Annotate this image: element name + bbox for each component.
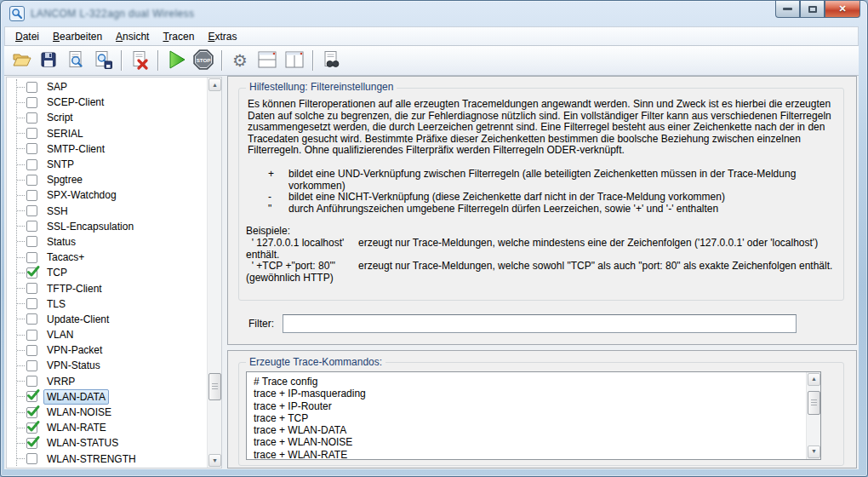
checkbox[interactable] — [26, 330, 37, 341]
tree-item-sntp[interactable]: SNTP — [12, 157, 206, 172]
doc-delete-icon — [129, 49, 150, 72]
split-vertical-button[interactable] — [282, 48, 307, 73]
tree-item-label: Spgtree — [43, 172, 86, 187]
save-trace-data-button[interactable] — [90, 48, 116, 73]
maximize-button[interactable] — [800, 1, 825, 18]
menu-tracen[interactable]: Tracen — [156, 27, 201, 45]
checkbox[interactable] — [26, 391, 37, 402]
tree-item-vpn-packet[interactable]: VPN-Packet — [12, 342, 206, 358]
checkbox[interactable] — [26, 159, 37, 170]
tree-item-tcp[interactable]: TCP — [12, 265, 206, 280]
checkbox[interactable] — [26, 128, 37, 139]
save-trace-config-button[interactable] — [36, 48, 61, 73]
menu-ansicht[interactable]: Ansicht — [109, 27, 156, 45]
checkbox[interactable] — [26, 283, 37, 294]
checkbox[interactable] — [26, 298, 37, 309]
search-trace-button[interactable] — [318, 48, 344, 73]
tree-item-tftp-client[interactable]: TFTP-Client — [12, 280, 206, 296]
filter-input[interactable] — [283, 314, 797, 333]
tree-item-ssh[interactable]: SSH — [12, 204, 206, 219]
checkbox[interactable] — [26, 82, 37, 93]
clear-trace-button[interactable] — [127, 48, 152, 73]
checkbox[interactable] — [26, 175, 37, 186]
checkbox[interactable] — [26, 205, 37, 216]
menu-extras[interactable]: Extras — [201, 27, 243, 45]
tree-item-scep-client[interactable]: SCEP-Client — [12, 95, 206, 110]
tree-item-tacacs+[interactable]: Tacacs+ — [12, 250, 206, 265]
tree-item-vpn-status[interactable]: VPN-Status — [12, 358, 206, 373]
commands-scrollbar[interactable]: ▲ ▼ — [806, 372, 820, 459]
commands-scrollbar-thumb[interactable] — [808, 391, 820, 415]
tree-item-label: VLAN — [43, 327, 77, 342]
checkbox[interactable] — [26, 345, 37, 356]
tree-line — [17, 87, 25, 88]
tree-item-smtp-client[interactable]: SMTP-Client — [12, 141, 206, 157]
tree-line — [17, 428, 25, 428]
checkbox[interactable] — [26, 313, 37, 325]
checkbox[interactable] — [26, 190, 37, 201]
filter-settings-panel: Hilfestellung: Filtereinstellungen Es kö… — [227, 76, 857, 345]
doc-magnifier-icon — [66, 49, 86, 72]
menu-datei[interactable]: Datei — [9, 27, 46, 45]
minimize-button[interactable] — [775, 1, 800, 18]
workspace: SAPSCEP-ClientScriptSERIALSMTP-ClientSNT… — [4, 76, 859, 469]
checkbox[interactable] — [26, 407, 37, 418]
checkbox[interactable] — [26, 252, 37, 263]
show-trace-button[interactable] — [63, 48, 89, 73]
checkbox[interactable] — [26, 376, 37, 387]
close-button[interactable]: ✕ — [825, 1, 860, 18]
examples-list: ' 127.0.0.1 localhost'erzeugt nur Trace-… — [246, 238, 837, 284]
filter-rule: -bildet eine NICHT-Verknüpfung (diese Ze… — [268, 192, 837, 204]
scroll-up-icon[interactable]: ▲ — [808, 373, 820, 386]
tree-item-vlan[interactable]: VLAN — [12, 327, 206, 342]
tree-item-wlan-rate[interactable]: WLAN-RATE — [12, 420, 206, 435]
checkbox[interactable] — [26, 438, 37, 449]
tree-item-update-client[interactable]: Update-Client — [12, 312, 206, 327]
trace-command-line: trace + WLAN-DATA — [254, 424, 802, 436]
tree-item-ssl-encapsulation[interactable]: SSL-Encapsulation — [12, 219, 206, 234]
settings-button[interactable]: ⚙ — [227, 48, 253, 73]
tree-line — [17, 365, 25, 366]
tree-item-wlan-noise[interactable]: WLAN-NOISE — [12, 405, 206, 420]
tree-item-spgtree[interactable]: Spgtree — [12, 172, 206, 187]
tree-item-tls[interactable]: TLS — [12, 296, 206, 312]
tree-item-label: SMTP-Client — [43, 141, 108, 157]
open-trace-config-button[interactable] — [9, 48, 34, 73]
tree-item-label: TLS — [43, 296, 69, 312]
tree-scrollbar[interactable]: ▲ ▼ — [207, 78, 221, 468]
tree-line — [17, 443, 25, 444]
tree-item-status[interactable]: Status — [12, 234, 206, 250]
split-horizontal-button[interactable] — [254, 48, 280, 73]
scroll-down-icon[interactable]: ▼ — [808, 445, 820, 458]
filter-label: Filter: — [248, 318, 283, 330]
tree-item-serial[interactable]: SERIAL — [12, 126, 206, 141]
rule-prefix: - — [268, 192, 288, 204]
tree-item-wlan-strength[interactable]: WLAN-STRENGTH — [12, 451, 206, 467]
start-trace-button[interactable] — [163, 48, 189, 73]
tree-item-spx-watchdog[interactable]: SPX-Watchdog — [12, 187, 206, 203]
tree-scrollbar-thumb[interactable] — [208, 373, 221, 400]
checkbox[interactable] — [26, 221, 37, 232]
checkbox[interactable] — [26, 112, 37, 124]
scroll-down-icon[interactable]: ▼ — [208, 454, 221, 467]
floppy-icon — [38, 49, 59, 72]
checkbox[interactable] — [26, 360, 37, 371]
checkbox[interactable] — [26, 453, 37, 464]
checkbox[interactable] — [26, 97, 37, 108]
tree-line — [17, 273, 25, 273]
scroll-up-icon[interactable]: ▲ — [208, 78, 221, 91]
tree-item-wlan-data[interactable]: WLAN-DATA — [12, 389, 206, 405]
checkbox[interactable] — [26, 143, 37, 154]
stop-trace-button[interactable]: STOP — [191, 48, 216, 73]
tree-item-vrrp[interactable]: VRRP — [12, 374, 206, 389]
tree-item-script[interactable]: Script — [12, 110, 206, 125]
tree-line — [17, 396, 25, 397]
checkbox[interactable] — [26, 422, 37, 434]
menu-bearbeiten[interactable]: Bearbeiten — [46, 27, 109, 45]
tree-item-sap[interactable]: SAP — [12, 79, 206, 95]
trace-commands-box[interactable]: # Trace configtrace + IP-masqueradingtra… — [246, 371, 821, 460]
title-bar[interactable]: LANCOM L-322agn dual Wireless ✕ — [1, 1, 867, 26]
tree-item-wlan-status[interactable]: WLAN-STATUS — [12, 435, 206, 451]
checkbox[interactable] — [26, 236, 37, 247]
checkbox[interactable] — [26, 267, 37, 279]
